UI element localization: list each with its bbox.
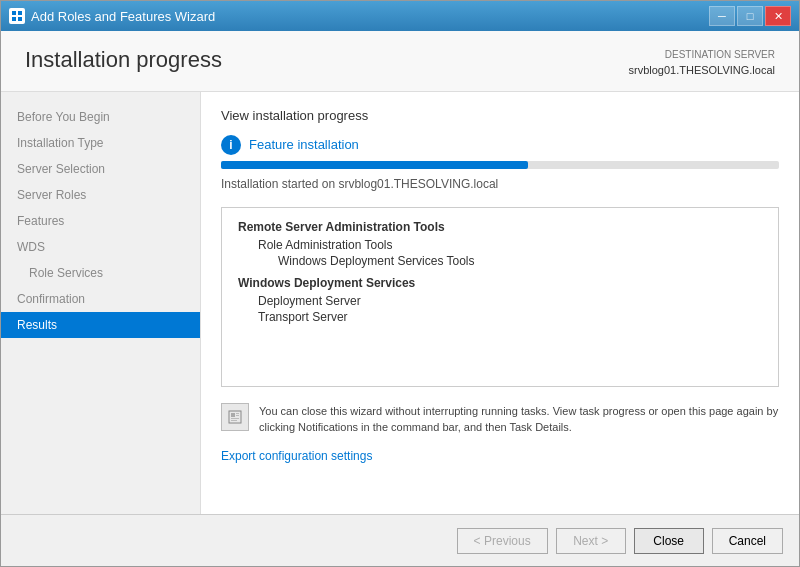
destination-server-info: DESTINATION SERVER srvblog01.THESOLVING.… [628,47,775,79]
sidebar-item-confirmation: Confirmation [1,286,200,312]
svg-rect-2 [12,17,16,21]
svg-rect-1 [18,11,22,15]
svg-rect-7 [236,415,239,416]
section-title: View installation progress [221,108,779,123]
sidebar-item-results: Results [1,312,200,338]
close-window-button[interactable]: ✕ [765,6,791,26]
progress-bar-fill [221,161,528,169]
svg-rect-9 [231,420,237,421]
app-icon [9,8,25,24]
sidebar-item-wds: WDS [1,234,200,260]
feature-installation-label: Feature installation [249,137,359,152]
main-window: Add Roles and Features Wizard ─ □ ✕ Inst… [0,0,800,567]
page-title: Installation progress [25,47,222,73]
previous-button[interactable]: < Previous [457,528,548,554]
install-started-text: Installation started on srvblog01.THESOL… [221,177,779,191]
sidebar-item-installation-type: Installation Type [1,130,200,156]
notification-icon [221,403,249,431]
features-box: Remote Server Administration Tools Role … [221,207,779,387]
content-area: Before You Begin Installation Type Serve… [1,92,799,515]
svg-rect-5 [231,413,235,417]
export-configuration-link[interactable]: Export configuration settings [221,449,372,463]
sidebar-item-role-services: Role Services [1,260,200,286]
minimize-button[interactable]: ─ [709,6,735,26]
feat-role-admin-tools: Role Administration Tools [238,238,762,252]
feat-group-remote-admin: Remote Server Administration Tools [238,220,762,234]
svg-rect-8 [231,418,239,419]
destination-label: DESTINATION SERVER [628,47,775,62]
feat-deployment-server: Deployment Server [238,294,762,308]
svg-rect-3 [18,17,22,21]
sidebar-item-server-roles: Server Roles [1,182,200,208]
maximize-button[interactable]: □ [737,6,763,26]
main-content: View installation progress i Feature ins… [201,92,799,515]
sidebar-item-before-you-begin: Before You Begin [1,104,200,130]
svg-rect-6 [236,413,239,414]
feat-group-wds: Windows Deployment Services [238,276,762,290]
progress-section: i Feature installation Installation star… [221,135,779,191]
feat-wds-tools: Windows Deployment Services Tools [238,254,762,268]
title-bar-controls: ─ □ ✕ [709,6,791,26]
notification-box: You can close this wizard without interr… [221,403,779,436]
svg-rect-0 [12,11,16,15]
sidebar-item-features: Features [1,208,200,234]
feat-transport-server: Transport Server [238,310,762,324]
destination-name: srvblog01.THESOLVING.local [628,62,775,79]
title-bar-left: Add Roles and Features Wizard [9,8,215,24]
next-button[interactable]: Next > [556,528,626,554]
sidebar: Before You Begin Installation Type Serve… [1,92,201,515]
header-area: Installation progress DESTINATION SERVER… [1,31,799,92]
title-bar: Add Roles and Features Wizard ─ □ ✕ [1,1,799,31]
footer: < Previous Next > Close Cancel [1,514,799,566]
window-title: Add Roles and Features Wizard [31,9,215,24]
cancel-button[interactable]: Cancel [712,528,783,554]
feature-header: i Feature installation [221,135,779,155]
close-button[interactable]: Close [634,528,704,554]
sidebar-item-server-selection: Server Selection [1,156,200,182]
progress-bar-container [221,161,779,169]
notification-text: You can close this wizard without interr… [259,403,779,436]
info-icon: i [221,135,241,155]
